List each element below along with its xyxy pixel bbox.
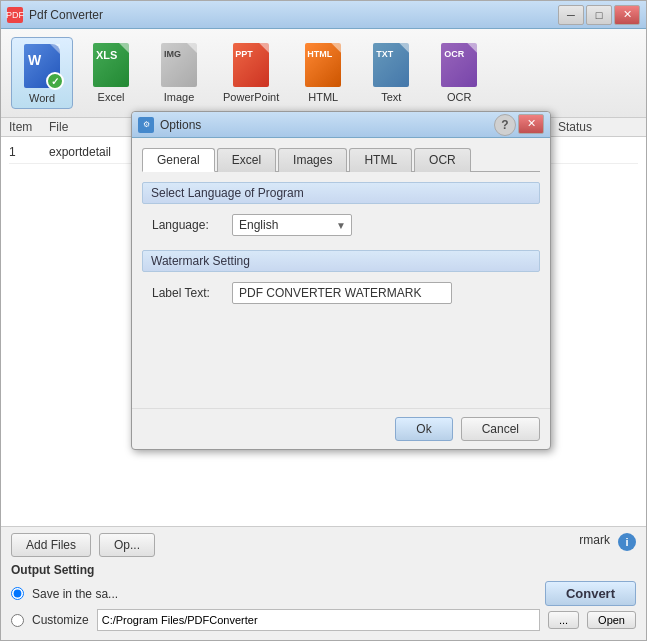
watermark-section-label: Watermark Setting	[142, 250, 540, 272]
ok-button[interactable]: Ok	[395, 417, 452, 441]
tab-html[interactable]: HTML	[349, 148, 412, 172]
main-window: PDF Pdf Converter ─ □ ✕ W ✓ Word	[0, 0, 647, 641]
language-select-wrapper: English French German Spanish ▼	[232, 214, 352, 236]
dialog-title: Options	[160, 118, 494, 132]
bottom-bar: Add Files Op... rmark i Output Setting S…	[1, 526, 646, 640]
label-text-label: Label Text:	[152, 286, 232, 300]
add-files-button[interactable]: Add Files	[11, 533, 91, 557]
ocr-icon: OCR	[435, 41, 483, 89]
open-button[interactable]: Open	[587, 611, 636, 629]
tab-bar: General Excel Images HTML OCR	[142, 148, 540, 172]
customize-row: Customize ... Open	[11, 609, 636, 631]
col-item: Item	[9, 120, 49, 134]
text-icon: TXT	[367, 41, 415, 89]
language-select[interactable]: English French German Spanish	[232, 214, 352, 236]
powerpoint-label: PowerPoint	[223, 91, 279, 103]
language-section-label: Select Language of Program	[142, 182, 540, 204]
options-button[interactable]: Op...	[99, 533, 155, 557]
tab-general[interactable]: General	[142, 148, 215, 172]
action-row: Add Files Op... rmark i	[11, 533, 636, 557]
toolbar-html[interactable]: HTML HTML	[293, 37, 353, 109]
dialog-body: General Excel Images HTML OCR Select Lan…	[132, 138, 550, 408]
toolbar-word[interactable]: W ✓ Word	[11, 37, 73, 109]
html-label: HTML	[308, 91, 338, 103]
options-dialog: ⚙ Options ? ✕ General Excel Images	[131, 111, 551, 450]
minimize-button[interactable]: ─	[558, 5, 584, 25]
toolbar-powerpoint[interactable]: PPT PowerPoint	[217, 37, 285, 109]
dialog-controls: ? ✕	[494, 114, 544, 136]
dialog-close-button[interactable]: ✕	[518, 114, 544, 134]
text-label: Text	[381, 91, 401, 103]
toolbar-text[interactable]: TXT Text	[361, 37, 421, 109]
tab-ocr[interactable]: OCR	[414, 148, 471, 172]
cancel-button[interactable]: Cancel	[461, 417, 540, 441]
label-text-input[interactable]	[232, 282, 452, 304]
info-icon[interactable]: i	[618, 533, 636, 551]
title-bar: PDF Pdf Converter ─ □ ✕	[1, 1, 646, 29]
word-badge: ✓	[46, 72, 64, 90]
image-label: Image	[164, 91, 195, 103]
excel-label: Excel	[98, 91, 125, 103]
language-row: Language: English French German Spanish …	[142, 214, 540, 236]
close-button[interactable]: ✕	[614, 5, 640, 25]
row-item: 1	[9, 145, 49, 159]
save-same-label: Save in the sa...	[32, 587, 118, 601]
html-icon: HTML	[299, 41, 347, 89]
tab-images[interactable]: Images	[278, 148, 347, 172]
dialog-title-bar: ⚙ Options ? ✕	[132, 112, 550, 138]
customize-radio[interactable]	[11, 614, 24, 627]
tab-excel[interactable]: Excel	[217, 148, 276, 172]
label-text-row: Label Text:	[142, 282, 540, 304]
image-icon: IMG	[155, 41, 203, 89]
save-same-radio[interactable]	[11, 587, 24, 600]
spacer	[142, 318, 540, 398]
maximize-button[interactable]: □	[586, 5, 612, 25]
browse-button[interactable]: ...	[548, 611, 579, 629]
language-label: Language:	[152, 218, 232, 232]
ocr-label: OCR	[447, 91, 471, 103]
row-status	[558, 145, 638, 159]
col-status: Status	[558, 120, 638, 134]
watermark-label: rmark	[579, 533, 610, 557]
window-title: Pdf Converter	[29, 8, 558, 22]
word-icon: W ✓	[18, 42, 66, 90]
path-input[interactable]	[97, 609, 540, 631]
convert-button[interactable]: Convert	[545, 581, 636, 606]
dialog-footer: Ok Cancel	[132, 408, 550, 449]
toolbar-image[interactable]: IMG Image	[149, 37, 209, 109]
toolbar-ocr[interactable]: OCR OCR	[429, 37, 489, 109]
window-controls: ─ □ ✕	[558, 5, 640, 25]
powerpoint-icon: PPT	[227, 41, 275, 89]
save-same-row: Save in the sa... Convert	[11, 581, 636, 606]
dialog-icon: ⚙	[138, 117, 154, 133]
toolbar: W ✓ Word XLS Excel	[1, 29, 646, 118]
output-setting-label: Output Setting	[11, 563, 636, 577]
customize-label: Customize	[32, 613, 89, 627]
app-icon: PDF	[7, 7, 23, 23]
toolbar-excel[interactable]: XLS Excel	[81, 37, 141, 109]
dialog-help-button[interactable]: ?	[494, 114, 516, 136]
excel-icon: XLS	[87, 41, 135, 89]
word-label: Word	[29, 92, 55, 104]
